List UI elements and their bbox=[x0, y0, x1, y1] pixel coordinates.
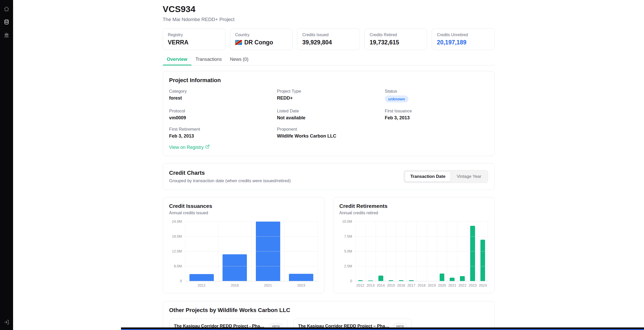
bar-2023 bbox=[289, 274, 313, 281]
external-link-icon bbox=[205, 144, 210, 150]
stat-value: VERRA bbox=[168, 39, 220, 46]
info-field-protocol: Protocol vm0009 bbox=[169, 109, 273, 121]
stat-card-credits-unretired: Credits Unretired 20,197,189 bbox=[432, 28, 494, 50]
x-tick-label: 2012 bbox=[185, 283, 218, 287]
y-axis: 06.0M12.0M18.0M24.0M bbox=[169, 221, 182, 281]
main-content: VCS934 The Mai Ndombe REDD+ Project Regi… bbox=[13, 0, 644, 330]
bar-2022 bbox=[460, 276, 465, 281]
y-tick-label: 2.5M bbox=[344, 264, 352, 268]
y-tick-label: 18.0M bbox=[172, 234, 182, 238]
credit-charts-subtitle: Grouped by transaction date (when credit… bbox=[169, 178, 291, 183]
tab-transactions[interactable]: Transactions bbox=[192, 54, 226, 65]
chart-title: Credit Retirements bbox=[339, 203, 488, 209]
info-field-proponent: Proponent Wildlife Works Carbon LLC bbox=[277, 127, 380, 139]
x-tick-label: 2021 bbox=[447, 283, 457, 287]
bar-2013 bbox=[368, 280, 373, 281]
chart-card-credit-retirements: Credit Retirements Annual credits retire… bbox=[333, 197, 495, 293]
field-label: First Retirement bbox=[169, 127, 273, 132]
gridline bbox=[185, 251, 318, 251]
info-field-first-retirement: First Retirement Feb 3, 2013 bbox=[169, 127, 273, 139]
field-label: Category bbox=[169, 89, 273, 94]
x-tick-label: 2018 bbox=[417, 283, 427, 287]
home-icon[interactable] bbox=[4, 6, 9, 12]
bar-2014 bbox=[378, 276, 383, 281]
bar-2020 bbox=[440, 274, 445, 281]
field-label: Project Type bbox=[277, 89, 380, 94]
chart-card-credit-issuances: Credit Issuances Annual credits issued 0… bbox=[163, 197, 324, 293]
x-tick-label: 2021 bbox=[251, 283, 285, 287]
field-value: Wildlife Works Carbon LLC bbox=[277, 133, 380, 139]
stat-card-country: Country DR Congo bbox=[230, 28, 293, 50]
x-tick-label: 2015 bbox=[386, 283, 396, 287]
flag-dr-congo-icon bbox=[235, 40, 242, 45]
view-on-registry-link[interactable]: View on Registry bbox=[169, 144, 210, 150]
bar-2015 bbox=[389, 280, 394, 281]
x-tick-label: 2014 bbox=[376, 283, 386, 287]
y-tick-label: 0 bbox=[180, 279, 182, 283]
y-tick-label: 24.0M bbox=[172, 219, 182, 224]
logout-icon[interactable] bbox=[4, 319, 9, 325]
other-projects-title: Other Projects by Wildlife Works Carbon … bbox=[169, 307, 488, 314]
bar-2012 bbox=[358, 280, 363, 281]
gridline bbox=[355, 221, 488, 222]
gridline bbox=[355, 251, 488, 251]
stat-card-registry: Registry VERRA bbox=[163, 28, 225, 50]
toggle-transaction-date[interactable]: Transaction Date bbox=[405, 171, 451, 182]
y-tick-label: 5.0M bbox=[344, 249, 352, 253]
sidebar bbox=[0, 0, 13, 330]
tab-overview[interactable]: Overview bbox=[163, 54, 192, 65]
chart-title: Credit Issuances bbox=[169, 203, 318, 209]
x-tick-label: 2023 bbox=[285, 283, 318, 287]
x-tick-label: 2020 bbox=[437, 283, 447, 287]
x-axis: 2012201820212023 bbox=[169, 283, 318, 287]
bar-2021 bbox=[450, 278, 455, 281]
project-info-grid: Category forest Project Type REDD+ Statu… bbox=[169, 89, 488, 139]
gridline bbox=[185, 266, 318, 266]
stat-value: 39,929,804 bbox=[302, 39, 355, 46]
bar-2018 bbox=[223, 254, 247, 281]
gridline bbox=[185, 236, 318, 237]
x-axis: 2012201320142015201620172018201920202021… bbox=[339, 283, 488, 287]
database-icon[interactable] bbox=[4, 19, 9, 25]
y-axis: 02.5M5.0M7.5M10.0M bbox=[339, 221, 352, 281]
stat-label: Registry bbox=[168, 33, 220, 37]
x-tick-label: 2024 bbox=[478, 283, 488, 287]
x-tick-label: 2022 bbox=[457, 283, 468, 287]
stat-value: 20,197,189 bbox=[437, 39, 489, 46]
toggle-vintage-year[interactable]: Vintage Year bbox=[451, 171, 487, 182]
x-tick-label: 2023 bbox=[468, 283, 478, 287]
bar-2017 bbox=[409, 280, 414, 281]
credit-charts-title: Credit Charts bbox=[169, 170, 291, 176]
field-value: forest bbox=[169, 95, 273, 101]
y-tick-label: 12.0M bbox=[172, 249, 182, 253]
chart-subtitle: Annual credits issued bbox=[169, 211, 318, 215]
info-field-status: Status unknown bbox=[385, 89, 488, 102]
gridline bbox=[355, 236, 488, 237]
info-field-first-issuance: First Issuance Feb 3, 2013 bbox=[385, 109, 488, 121]
field-value: Not available bbox=[277, 115, 380, 121]
x-tick-label: 2019 bbox=[427, 283, 437, 287]
bank-icon[interactable] bbox=[4, 32, 9, 38]
field-value: vm0009 bbox=[169, 115, 273, 121]
y-tick-label: 7.5M bbox=[344, 234, 352, 238]
stat-label: Country bbox=[235, 33, 287, 37]
field-label: Listed Date bbox=[277, 109, 380, 114]
stat-value: DR Congo bbox=[235, 39, 287, 46]
stat-card-credits-issued: Credits Issued 39,929,804 bbox=[297, 28, 360, 50]
gridline bbox=[185, 221, 318, 222]
tab-bar: OverviewTransactionsNews (0) bbox=[163, 54, 495, 65]
stats-row: Registry VERRA Country DR Congo Credits … bbox=[163, 28, 495, 50]
stat-value: 19,732,615 bbox=[370, 39, 422, 46]
field-value: Feb 3, 2013 bbox=[385, 115, 488, 121]
registry-link-label: View on Registry bbox=[169, 145, 204, 150]
y-tick-label: 6.0M bbox=[174, 264, 182, 268]
tab-news-0[interactable]: News (0) bbox=[226, 54, 253, 65]
field-label: Protocol bbox=[169, 109, 273, 114]
field-label: Status bbox=[385, 89, 488, 94]
field-value: REDD+ bbox=[277, 95, 380, 101]
chart-subtitle: Annual credits retired bbox=[339, 211, 488, 215]
stat-label: Credits Retired bbox=[370, 33, 422, 37]
y-tick-label: 10.0M bbox=[342, 219, 352, 224]
stat-card-credits-retired: Credits Retired 19,732,615 bbox=[365, 28, 427, 50]
page-title: VCS934 bbox=[163, 4, 495, 14]
